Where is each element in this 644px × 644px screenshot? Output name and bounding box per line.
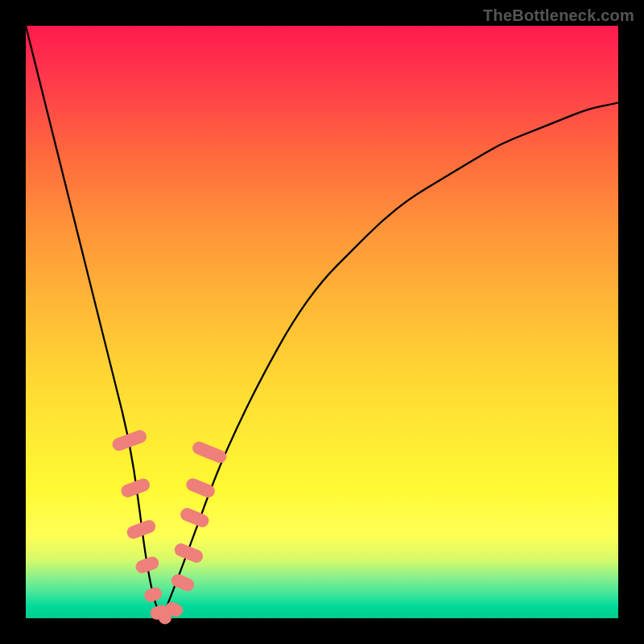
watermark-text: TheBottleneck.com (483, 6, 634, 25)
chart-svg (26, 26, 618, 618)
marker-group (110, 428, 228, 624)
marker-11 (184, 477, 217, 500)
plot-area (26, 26, 618, 618)
marker-4 (142, 585, 163, 604)
marker-3 (134, 555, 160, 575)
curve-group (26, 26, 618, 618)
curve-right-branch (162, 103, 618, 618)
marker-12 (191, 440, 229, 464)
marker-9 (172, 542, 204, 565)
marker-10 (179, 506, 211, 530)
